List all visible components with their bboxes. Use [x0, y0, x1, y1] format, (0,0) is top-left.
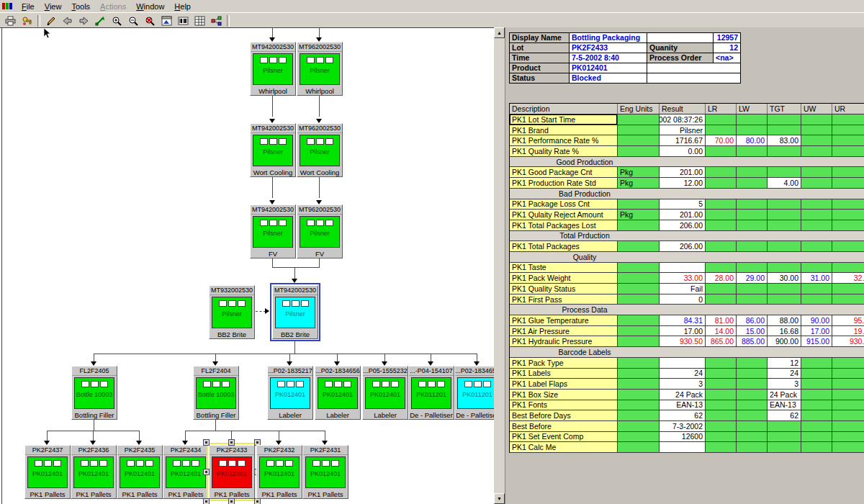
diagram-node-PK2F2434[interactable]: PK2F2434PK012401PK1 Pallets [163, 445, 209, 499]
grid-section-label: Good Production [510, 158, 660, 166]
node-unit: PK1 Pallets [117, 490, 162, 499]
grid-description-cell[interactable]: PK1 Pack Weight [510, 273, 618, 284]
grid-description-cell[interactable]: PK1 Quality Rate % [510, 146, 618, 157]
grid-description-cell[interactable]: PK1 Quality Status [510, 284, 618, 294]
menu-window[interactable]: Window [131, 1, 169, 12]
grid-description-cell[interactable]: PK1 Good Package Cnt [510, 167, 618, 178]
diagram-node-P021834656[interactable]: ...P02-1834656PK012401Labeler [315, 366, 361, 420]
node-status-boxes [212, 460, 251, 467]
menu-actions[interactable]: Actions [95, 1, 131, 12]
selection-handle[interactable] [228, 498, 235, 504]
grid-description-cell[interactable]: PK1 Air Pressure [510, 326, 618, 337]
grid-description-cell[interactable]: PK1 Set Event Comp [510, 432, 618, 443]
connector-arrow [292, 279, 297, 283]
grid-engunits-cell [618, 379, 660, 390]
diagram-node-PK2F2436[interactable]: PK2F2436PK012401PK1 Pallets [71, 445, 117, 499]
diagram-node-P021835217[interactable]: ...P02-1835217PK012401Labeler [267, 366, 313, 420]
user-key-button[interactable] [19, 14, 35, 28]
grid-engunits-cell [618, 294, 660, 305]
connector-line [185, 431, 325, 431]
grid-description-cell[interactable]: PK1 Brand [510, 125, 618, 136]
menu-file[interactable]: File [17, 1, 40, 12]
grid-value-cell: EAN-13 [768, 400, 801, 411]
menu-view[interactable]: View [40, 1, 67, 12]
diagram-node-MT942002530[interactable]: MT942002530PilsnerWhirlpool [250, 42, 296, 96]
grid-description-cell[interactable]: PK1 Pack Type [510, 358, 618, 369]
grid-description-cell[interactable]: PK1 Total Packages Lost [510, 220, 618, 231]
edit-button[interactable] [42, 14, 59, 28]
grid-description-cell[interactable]: Best Before [510, 421, 618, 432]
grid-description-cell[interactable]: PK1 First Pass [510, 294, 618, 305]
back-button[interactable] [59, 14, 76, 28]
menu-tools[interactable]: Tools [66, 1, 95, 12]
connector-line [294, 267, 295, 279]
node-status-box [307, 220, 315, 226]
grid-description-cell[interactable]: PK1 Qulaity Reject Amount [510, 210, 618, 220]
selection-handle[interactable] [203, 469, 210, 475]
node-status-box [81, 460, 89, 467]
grid-description-cell[interactable]: Best Before Days [510, 410, 618, 421]
grid-description-cell[interactable]: PK1 Package Loss Cnt [510, 199, 618, 210]
grid-description-cell[interactable]: PK1 Labels [510, 369, 618, 379]
selection-handle[interactable] [203, 439, 210, 446]
genealogy-button[interactable] [208, 14, 225, 28]
grid-section: Total Prduction [510, 231, 864, 242]
zoom-reset-button[interactable] [142, 14, 158, 28]
diagram-node-PK2F2431[interactable]: PK2F2431PK012401PK1 Pallets [302, 445, 348, 499]
node-status-box [418, 381, 426, 387]
grid-description-cell[interactable]: PK1 Production Rate Std [510, 178, 618, 189]
zoom-in-button[interactable] [109, 14, 125, 28]
diagram-node-MT932002530[interactable]: MT932002530PilsnerBB2 Brite [209, 285, 255, 339]
diagram-node-PK2F2435[interactable]: PK2F2435PK012401PK1 Pallets [117, 445, 163, 499]
diagram-node-P04154107[interactable]: ...-P04-154107PK011201De - Palletiser [408, 366, 454, 420]
diagram-node-PK2F2433[interactable]: PK2F2433PK012401PK1 Pallets [209, 445, 255, 499]
barcode-button[interactable] [175, 14, 192, 28]
scroll-up-button[interactable]: ▲ [494, 27, 505, 38]
selection-handle[interactable] [228, 439, 235, 446]
info-row: Time7-5-2002 8:40Process Order<na> [510, 53, 741, 63]
grid-description-cell[interactable]: PK1 Performance Rate % [510, 135, 618, 146]
selection-handle[interactable] [203, 498, 210, 504]
diagram-node-MT942002530[interactable]: MT942002530PilsnerFV [250, 204, 296, 258]
arrow-left-icon [62, 16, 73, 26]
grid-value-cell: 3 [768, 379, 801, 390]
diagram-node-PK2F2432[interactable]: PK2F2432PK012401PK1 Pallets [256, 445, 302, 499]
scroll-down-button[interactable]: ▼ [494, 493, 505, 504]
view-window-button[interactable] [158, 14, 175, 28]
diagram-node-MT962002530[interactable]: MT962002530PilsnerWhirlpool [297, 42, 343, 96]
grid-description-cell[interactable]: PK1 Lot Start Time [510, 114, 618, 125]
diagram-node-FL2F2404[interactable]: FL2F2404Bottle 10003Bottling Filler [193, 366, 239, 420]
node-lot-id: MT942002530 [273, 286, 318, 295]
node-product: PK012401 [318, 391, 357, 398]
selection-handle[interactable] [254, 498, 261, 504]
diagram-node-FL2F2405[interactable]: FL2F2405Bottle 10003Bottling Filler [71, 366, 117, 420]
grid-description-cell[interactable]: PK1 Glue Temperature [510, 315, 618, 326]
zoom-out-icon [128, 16, 139, 26]
grid-description-cell[interactable]: PK1 Taste [510, 263, 618, 274]
table-button[interactable] [192, 14, 208, 28]
diagram-node-MT962002530[interactable]: MT962002530PilsnerFV [297, 204, 343, 258]
forward-button[interactable] [76, 14, 92, 28]
diagram-node-MT942002530[interactable]: MT942002530PilsnerWort Cooling [250, 123, 296, 177]
navigate-button[interactable] [92, 14, 109, 28]
diagram-node-PK2F2437[interactable]: PK2F2437PK012401PK1 Pallets [24, 445, 71, 499]
node-status-boxes [28, 460, 67, 467]
grid-description-cell[interactable]: PK1 Fonts [510, 400, 618, 411]
grid-description-cell[interactable]: PK1 Calc Me [510, 442, 618, 453]
print-button[interactable] [2, 14, 19, 28]
grid-description-cell[interactable]: PK1 Box Size [510, 390, 618, 400]
menu-help[interactable]: Help [169, 1, 196, 12]
diagram-node-MT942002530[interactable]: MT942002530PilsnerBB2 Brite [272, 285, 318, 339]
zoom-out-button[interactable] [125, 14, 142, 28]
node-status-box [316, 138, 324, 145]
grid-description-cell[interactable]: PK1 Total Packages [510, 241, 618, 252]
vertical-scrollbar[interactable]: ▲ ▼ [494, 27, 505, 504]
diagram-node-MT962002530[interactable]: MT962002530PilsnerWort Cooling [297, 123, 343, 177]
grid-description-cell[interactable]: PK1 Label Flaps [510, 379, 618, 390]
grid-description-cell[interactable]: PK1 Hydraulic Pressure [510, 336, 618, 347]
info-empty-cell [647, 63, 741, 73]
diagram-node-P051555232[interactable]: ...P05-1555232PK012401Labeler [362, 366, 408, 420]
node-product: Bottle 10003 [75, 391, 114, 398]
node-lot-id: PK2F2436 [71, 446, 116, 455]
node-status-box [99, 460, 107, 467]
